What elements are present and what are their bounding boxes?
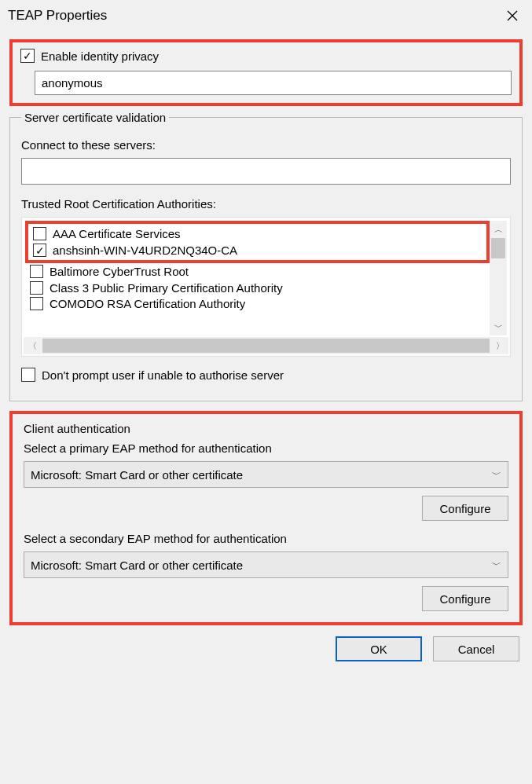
server-cert-validation-legend: Server certificate validation xyxy=(21,111,169,124)
cancel-button[interactable]: Cancel xyxy=(433,636,519,661)
list-item[interactable]: AAA Certificate Services xyxy=(30,225,485,242)
hscroll-thumb[interactable] xyxy=(42,339,490,353)
ca-checkbox[interactable] xyxy=(33,227,46,240)
scroll-up-icon[interactable]: ︿ xyxy=(490,221,507,238)
close-icon xyxy=(507,10,518,21)
primary-eap-dropdown[interactable]: Microsoft: Smart Card or other certifica… xyxy=(24,461,508,488)
enable-identity-privacy-checkbox[interactable] xyxy=(20,49,35,63)
dont-prompt-label: Don't prompt user if unable to authorise… xyxy=(42,368,284,382)
ca-label: COMODO RSA Certification Authority xyxy=(50,297,245,310)
secondary-eap-dropdown[interactable]: Microsoft: Smart Card or other certifica… xyxy=(24,551,508,578)
scroll-down-icon[interactable]: ﹀ xyxy=(490,318,507,335)
chevron-down-icon: ﹀ xyxy=(492,468,501,482)
list-item[interactable]: anshsinh-WIN-V4URD2NQ34O-CA xyxy=(30,242,485,258)
identity-value-row xyxy=(20,71,512,95)
vertical-scrollbar[interactable]: ︿ ﹀ xyxy=(490,221,507,335)
ca-checkbox[interactable] xyxy=(30,265,43,278)
trusted-root-ca-listbox[interactable]: AAA Certificate Services anshsinh-WIN-V4… xyxy=(24,219,508,337)
dialog-content: Enable identity privacy Server certifica… xyxy=(0,31,532,671)
window-title: TEAP Properties xyxy=(8,8,107,24)
chevron-down-icon: ﹀ xyxy=(492,559,501,572)
enable-identity-privacy-label: Enable identity privacy xyxy=(41,49,159,63)
horizontal-scrollbar[interactable]: 〈 〉 xyxy=(24,337,508,354)
ca-label: anshsinh-WIN-V4URD2NQ34O-CA xyxy=(53,244,237,257)
client-authentication-section: Client authentication Select a primary E… xyxy=(9,411,523,625)
titlebar: TEAP Properties xyxy=(0,0,532,31)
secondary-eap-label: Select a secondary EAP method for authen… xyxy=(24,532,508,545)
dont-prompt-checkbox[interactable] xyxy=(21,368,35,382)
dont-prompt-row: Don't prompt user if unable to authorise… xyxy=(21,368,511,382)
ok-label: OK xyxy=(370,643,387,656)
list-item[interactable]: Baltimore CyberTrust Root xyxy=(27,263,488,280)
ca-highlight-box: AAA Certificate Services anshsinh-WIN-V4… xyxy=(25,221,490,263)
connect-servers-label: Connect to these servers: xyxy=(21,138,511,152)
list-item[interactable]: Class 3 Public Primary Certification Aut… xyxy=(27,280,488,296)
server-cert-validation-group: Server certificate validation Connect to… xyxy=(9,111,523,401)
ca-checkbox[interactable] xyxy=(33,244,46,257)
trusted-root-ca-listbox-wrap: AAA Certificate Services anshsinh-WIN-V4… xyxy=(21,217,511,357)
secondary-eap-value: Microsoft: Smart Card or other certifica… xyxy=(31,559,243,572)
ca-label: Class 3 Public Primary Certification Aut… xyxy=(50,281,283,295)
scroll-left-icon[interactable]: 〈 xyxy=(24,337,41,354)
ok-button[interactable]: OK xyxy=(336,636,422,661)
configure-label: Configure xyxy=(439,592,490,606)
ca-label: Baltimore CyberTrust Root xyxy=(50,265,189,278)
ca-checkbox[interactable] xyxy=(30,281,43,295)
dialog-window: TEAP Properties Enable identity privacy … xyxy=(0,0,532,671)
ca-label: AAA Certificate Services xyxy=(53,227,181,240)
scroll-right-icon[interactable]: 〉 xyxy=(491,337,508,354)
enable-identity-privacy-row: Enable identity privacy xyxy=(20,49,512,63)
secondary-configure-button[interactable]: Configure xyxy=(422,586,508,611)
primary-eap-value: Microsoft: Smart Card or other certifica… xyxy=(31,468,243,482)
primary-configure-button[interactable]: Configure xyxy=(422,496,508,521)
trusted-root-ca-label: Trusted Root Certification Authorities: xyxy=(21,197,511,211)
configure-label: Configure xyxy=(439,502,490,515)
list-item[interactable]: COMODO RSA Certification Authority xyxy=(27,296,488,310)
primary-eap-label: Select a primary EAP method for authenti… xyxy=(24,441,508,455)
ca-checkbox[interactable] xyxy=(30,297,43,310)
dialog-footer: OK Cancel xyxy=(9,636,523,661)
scroll-thumb[interactable] xyxy=(491,238,505,258)
close-button[interactable] xyxy=(493,0,532,31)
identity-privacy-section: Enable identity privacy xyxy=(9,39,523,106)
connect-servers-input[interactable] xyxy=(21,158,511,185)
identity-privacy-input[interactable] xyxy=(35,71,512,95)
client-auth-legend: Client authentication xyxy=(24,422,508,435)
cancel-label: Cancel xyxy=(458,643,495,656)
trusted-root-ca-list-inner: AAA Certificate Services anshsinh-WIN-V4… xyxy=(27,222,488,310)
